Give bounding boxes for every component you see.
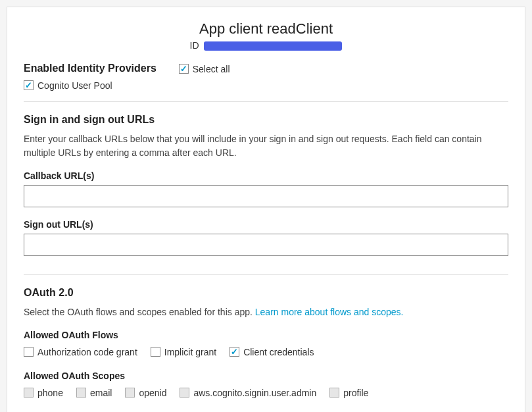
flow-client-credentials-checkbox[interactable]: Client credentials: [230, 347, 314, 357]
scope-phone-checkbox[interactable]: phone: [24, 388, 63, 398]
checkbox-icon: [151, 347, 160, 357]
identity-providers-heading: Enabled Identity Providers: [24, 63, 157, 74]
select-all-label: Select all: [193, 64, 230, 74]
app-client-id-row: ID: [24, 40, 508, 51]
scope-openid-checkbox[interactable]: openid: [125, 388, 166, 398]
scope-label: openid: [139, 388, 166, 398]
flow-auth-code-checkbox[interactable]: Authorization code grant: [24, 347, 137, 357]
scope-label: profile: [343, 388, 368, 398]
checkbox-icon: [180, 388, 189, 398]
callback-url-input[interactable]: [24, 185, 508, 207]
scope-aws-signin-checkbox[interactable]: aws.cognito.signin.user.admin: [180, 388, 316, 398]
idp-label: Cognito User Pool: [37, 80, 112, 91]
checkbox-icon: [230, 347, 239, 357]
identity-providers-header-row: Enabled Identity Providers Select all: [24, 63, 508, 74]
signout-url-input[interactable]: [24, 234, 508, 256]
page-title: App client readClient: [24, 20, 508, 38]
select-all-checkbox[interactable]: Select all: [179, 64, 230, 74]
id-label: ID: [190, 40, 199, 51]
flow-label: Authorization code grant: [37, 347, 137, 357]
oauth-flows-row: Authorization code grant Implicit grant …: [24, 347, 508, 357]
checkbox-icon: [76, 388, 86, 398]
oauth-scopes-heading: Allowed OAuth Scopes: [24, 371, 508, 381]
checkbox-icon: [24, 388, 34, 398]
flow-implicit-checkbox[interactable]: Implicit grant: [151, 347, 216, 357]
flow-label: Client credentials: [243, 347, 314, 357]
scope-label: aws.cognito.signin.user.admin: [193, 388, 316, 398]
checkbox-icon: [179, 64, 189, 74]
checkbox-icon: [329, 388, 339, 398]
scope-label: email: [90, 388, 112, 398]
urls-description: Enter your callback URLs below that you …: [24, 132, 508, 160]
idp-cognito-checkbox[interactable]: Cognito User Pool: [24, 80, 112, 91]
scope-profile-checkbox[interactable]: profile: [329, 388, 368, 398]
divider: [24, 101, 508, 102]
identity-provider-list: Cognito User Pool: [24, 80, 508, 91]
checkbox-icon: [125, 388, 135, 398]
callback-url-label: Callback URL(s): [24, 170, 508, 181]
oauth-flows-heading: Allowed OAuth Flows: [24, 330, 508, 340]
scope-label: phone: [37, 388, 63, 398]
oauth-heading: OAuth 2.0: [24, 287, 508, 299]
signout-url-label: Sign out URL(s): [24, 219, 508, 230]
urls-heading: Sign in and sign out URLs: [24, 114, 508, 126]
learn-more-link[interactable]: Learn more about flows and scopes.: [255, 307, 404, 317]
checkbox-icon: [24, 347, 34, 357]
id-value-redacted: [204, 41, 342, 51]
oauth-description-text: Select the OAuth flows and scopes enable…: [24, 307, 255, 317]
divider: [24, 274, 508, 275]
checkbox-icon: [24, 80, 34, 90]
scope-email-checkbox[interactable]: email: [76, 388, 112, 398]
oauth-scopes-row: phone email openid aws.cognito.signin.us…: [24, 388, 508, 398]
oauth-description: Select the OAuth flows and scopes enable…: [24, 305, 508, 319]
app-client-settings-panel: App client readClient ID Enabled Identit…: [7, 7, 525, 412]
flow-label: Implicit grant: [164, 347, 216, 357]
